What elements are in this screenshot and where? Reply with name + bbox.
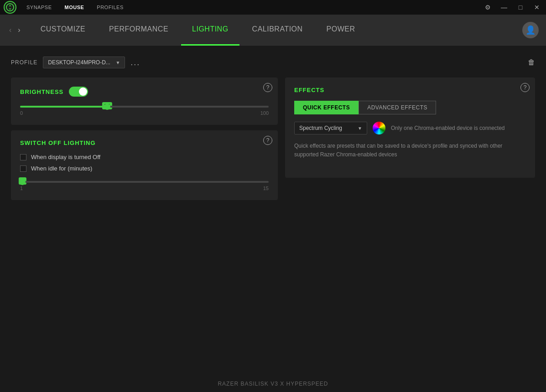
switch-off-card: ? SWITCH OFF LIGHTING When display is tu…: [11, 130, 278, 200]
brightness-slider-fill: [20, 106, 107, 108]
nav-bar: ‹ › CUSTOMIZE PERFORMANCE LIGHTING CALIB…: [0, 15, 546, 46]
effects-description: Quick effects are presets that can be sa…: [294, 142, 526, 159]
effects-help-icon[interactable]: ?: [520, 83, 530, 92]
profile-bar: PROFILE DESKTOP-I24MPRO-D... ▼ ... 🗑: [11, 53, 535, 72]
brightness-header: BRIGHTNESS: [20, 87, 269, 97]
forward-arrow[interactable]: ›: [16, 25, 22, 35]
nav-power[interactable]: POWER: [316, 15, 366, 46]
display-off-row: When display is turned Off: [20, 154, 269, 160]
profile-dropdown[interactable]: DESKTOP-I24MPRO-D... ▼: [43, 57, 125, 68]
back-arrow[interactable]: ‹: [7, 25, 13, 35]
razer-logo: [4, 1, 16, 14]
idle-max-label: 15: [263, 186, 269, 191]
title-nav-mouse[interactable]: MOUSE: [62, 4, 87, 11]
effects-row: Spectrum Cycling ▼ Only one Chroma-enabl…: [294, 122, 526, 134]
tab-advanced-effects[interactable]: ADVANCED EFFECTS: [359, 101, 436, 114]
delete-button[interactable]: 🗑: [528, 58, 535, 67]
profile-value: DESKTOP-I24MPRO-D...: [48, 59, 110, 66]
effects-tabs: QUICK EFFECTS ADVANCED EFFECTS: [294, 101, 526, 114]
display-off-label: When display is turned Off: [31, 154, 100, 160]
nav-arrows: ‹ ›: [7, 25, 22, 35]
more-options-button[interactable]: ...: [130, 58, 140, 67]
panels-row: ? BRIGHTNESS 35 0 100: [11, 77, 535, 200]
toggle-knob: [79, 88, 87, 96]
idle-checkbox[interactable]: [20, 165, 26, 172]
idle-row: When idle for (minutes): [20, 165, 269, 172]
brightness-slider-thumb[interactable]: [104, 103, 110, 110]
effects-card: ? EFFECTS QUICK EFFECTS ADVANCED EFFECTS…: [285, 77, 535, 178]
brightness-max-label: 100: [260, 110, 269, 116]
nav-lighting[interactable]: LIGHTING: [181, 15, 239, 46]
brightness-label: BRIGHTNESS: [20, 88, 63, 95]
title-bar-right: ⚙ — □ ✕: [482, 2, 542, 13]
main-content: PROFILE DESKTOP-I24MPRO-D... ▼ ... 🗑 ? B…: [0, 46, 546, 207]
effect-dropdown-arrow-icon: ▼: [358, 126, 362, 131]
display-off-checkbox[interactable]: [20, 154, 26, 160]
user-avatar[interactable]: 👤: [522, 22, 539, 38]
switch-off-title: SWITCH OFF LIGHTING: [20, 139, 269, 146]
footer: RAZER BASILISK V3 X HYPERSPEED: [0, 376, 546, 392]
device-status: Only one Chroma-enabled device is connec…: [391, 125, 504, 131]
minimize-button[interactable]: —: [499, 2, 510, 13]
close-button[interactable]: ✕: [531, 2, 542, 13]
dropdown-arrow-icon: ▼: [115, 60, 120, 65]
idle-slider-track[interactable]: [20, 181, 269, 183]
profile-label: PROFILE: [11, 59, 37, 66]
nav-performance[interactable]: PERFORMANCE: [98, 15, 179, 46]
effect-dropdown[interactable]: Spectrum Cycling ▼: [294, 122, 367, 134]
idle-slider-thumb[interactable]: [19, 179, 26, 185]
brightness-slider-track[interactable]: [20, 106, 269, 108]
maximize-button[interactable]: □: [515, 2, 526, 13]
brightness-help-icon[interactable]: ?: [263, 83, 272, 92]
effects-label: EFFECTS: [294, 87, 526, 93]
brightness-min-label: 0: [20, 110, 23, 116]
panel-right: ? EFFECTS QUICK EFFECTS ADVANCED EFFECTS…: [285, 77, 535, 200]
footer-device-name: RAZER BASILISK V3 X HYPERSPEED: [218, 381, 328, 387]
brightness-slider-container: 35 0 100: [20, 106, 269, 116]
brightness-slider-labels: 0 100: [20, 110, 269, 116]
idle-slider-container: 1 1 15: [20, 181, 269, 191]
brightness-toggle[interactable]: [69, 87, 88, 97]
effect-dropdown-value: Spectrum Cycling: [299, 125, 342, 131]
nav-calibration[interactable]: CALIBRATION: [241, 15, 314, 46]
title-nav-profiles[interactable]: PROFILES: [94, 4, 126, 11]
idle-slider-labels: 1 15: [20, 186, 269, 191]
title-bar-left: SYNAPSE MOUSE PROFILES: [4, 1, 126, 14]
switch-off-help-icon[interactable]: ?: [263, 136, 272, 145]
idle-label: When idle for (minutes): [31, 165, 92, 172]
nav-customize[interactable]: CUSTOMIZE: [30, 15, 96, 46]
title-bar: SYNAPSE MOUSE PROFILES ⚙ — □ ✕: [0, 0, 546, 15]
settings-button[interactable]: ⚙: [482, 2, 493, 13]
tab-quick-effects[interactable]: QUICK EFFECTS: [294, 101, 359, 114]
chroma-ball: [373, 122, 385, 134]
title-nav-synapse[interactable]: SYNAPSE: [24, 4, 54, 11]
idle-min-label: 1: [20, 186, 23, 191]
panel-left: ? BRIGHTNESS 35 0 100: [11, 77, 278, 200]
brightness-card: ? BRIGHTNESS 35 0 100: [11, 77, 278, 125]
